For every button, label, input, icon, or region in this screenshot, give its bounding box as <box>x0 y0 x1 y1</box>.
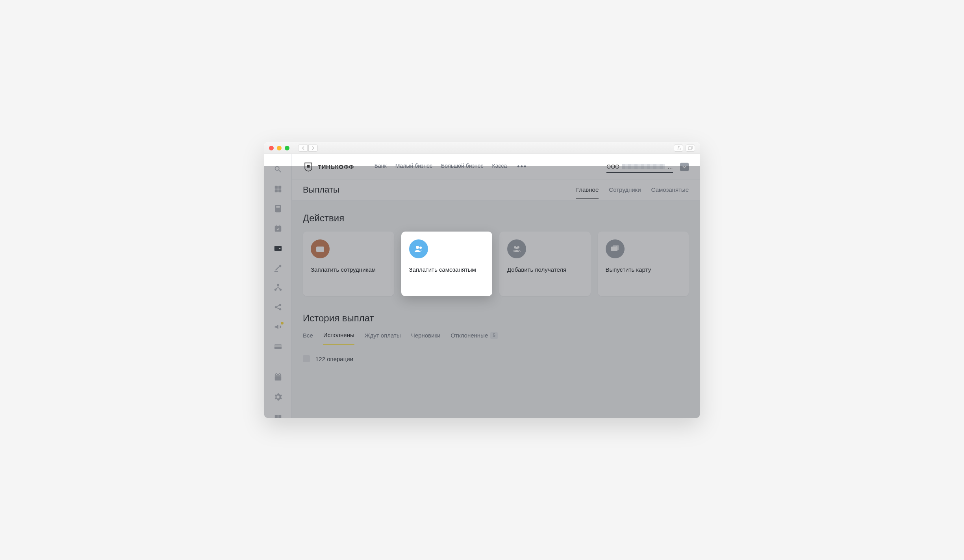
history-header-row: 122 операции <box>303 355 689 362</box>
operations-count: 122 операции <box>315 356 353 362</box>
svg-point-14 <box>279 304 281 306</box>
page-title: Выплаты <box>303 185 339 200</box>
svg-rect-0 <box>688 147 691 150</box>
users-icon <box>409 239 428 258</box>
rejected-count-badge: 5 <box>490 332 498 339</box>
history-title: История выплат <box>303 313 689 324</box>
account-prefix: ООО <box>606 163 619 170</box>
history-section: История выплат Все Исполнены Ждут оплаты… <box>303 313 689 362</box>
gear-icon[interactable] <box>273 393 283 401</box>
topnav-more-icon[interactable]: ••• <box>517 163 527 171</box>
svg-rect-5 <box>275 205 281 212</box>
actions-title: Действия <box>303 213 689 224</box>
search-icon[interactable] <box>273 165 283 174</box>
topnav-smallbiz[interactable]: Малый бизнес <box>395 163 432 171</box>
history-tabs: Все Исполнены Ждут оплаты Черновики Откл… <box>303 332 689 345</box>
subbar: Выплаты Главное Сотрудники Самозанятые <box>292 180 700 201</box>
svg-rect-4 <box>278 189 281 192</box>
card-issue-card[interactable]: Выпустить карту <box>598 232 689 296</box>
hist-tab-all[interactable]: Все <box>303 332 313 345</box>
back-button[interactable] <box>298 145 308 152</box>
svg-rect-2 <box>278 186 281 189</box>
gift-icon[interactable] <box>273 373 283 382</box>
svg-rect-7 <box>274 226 281 232</box>
subtab-self[interactable]: Самозанятые <box>651 186 689 199</box>
svg-rect-17 <box>274 345 281 347</box>
topnav-bank[interactable]: Банк <box>374 163 387 171</box>
account-dropdown-icon[interactable] <box>680 163 689 171</box>
card-add-recipient[interactable]: Добавить получателя <box>499 232 591 296</box>
subtabs: Главное Сотрудники Самозанятые <box>576 186 689 199</box>
svg-point-26 <box>419 247 422 249</box>
wallet-icon[interactable] <box>273 244 283 252</box>
svg-point-29 <box>515 247 518 249</box>
topnav-bigbiz[interactable]: Большой бизнес <box>441 163 484 171</box>
card-label: Заплатить самозанятым <box>409 265 485 274</box>
content: ТИНЬКОФФ Банк Малый бизнес Большой бизне… <box>292 154 700 418</box>
wallet-icon <box>311 239 330 258</box>
calendar-icon[interactable] <box>273 224 283 233</box>
calculator-icon[interactable] <box>273 204 283 213</box>
sidebar <box>264 154 292 418</box>
svg-point-13 <box>274 306 277 308</box>
traffic-lights <box>269 146 289 150</box>
card-plus-icon <box>606 239 625 258</box>
logo-text: ТИНЬКОФФ <box>318 163 354 170</box>
select-all-checkbox[interactable] <box>303 355 310 362</box>
titlebar <box>264 142 700 154</box>
forward-button[interactable] <box>308 145 318 152</box>
svg-rect-3 <box>274 189 277 192</box>
maximize-window-button[interactable] <box>285 146 289 150</box>
top-nav: Банк Малый бизнес Большой бизнес Касса •… <box>374 163 527 171</box>
nav-buttons <box>298 145 318 152</box>
svg-rect-31 <box>613 245 619 250</box>
card-pay-employees[interactable]: Заплатить сотрудникам <box>303 232 394 296</box>
svg-point-10 <box>277 284 279 286</box>
group-icon <box>507 239 526 258</box>
close-window-button[interactable] <box>269 146 274 150</box>
account-selector[interactable]: ООО … <box>606 163 673 173</box>
card-label: Выпустить карту <box>606 265 681 274</box>
minimize-window-button[interactable] <box>277 146 282 150</box>
svg-point-25 <box>416 246 419 249</box>
svg-point-9 <box>279 248 280 249</box>
account-name-redacted <box>622 164 665 169</box>
share-icon[interactable] <box>674 145 683 152</box>
hist-tab-rejected[interactable]: Отклоненные 5 <box>450 332 498 345</box>
svg-rect-6 <box>276 206 280 208</box>
svg-rect-1 <box>274 186 277 189</box>
main: Действия Заплатить сотрудникам Заплатить… <box>292 201 700 374</box>
gift2-icon[interactable] <box>273 412 283 418</box>
browser-window: ТИНЬКОФФ Банк Малый бизнес Большой бизне… <box>264 142 700 418</box>
hist-tab-rejected-label: Отклоненные <box>450 332 488 339</box>
share-nodes-icon[interactable] <box>273 303 283 312</box>
account-ellipsis: … <box>667 163 673 170</box>
svg-rect-16 <box>274 345 281 349</box>
hist-tab-done[interactable]: Исполнены <box>323 332 354 345</box>
tabs-icon[interactable] <box>686 145 695 152</box>
hist-tab-pending[interactable]: Ждут оплаты <box>365 332 401 345</box>
svg-rect-8 <box>274 246 281 251</box>
logo[interactable]: ТИНЬКОФФ <box>303 161 354 172</box>
card-icon[interactable] <box>273 342 283 351</box>
dashboard-icon[interactable] <box>273 185 283 193</box>
megaphone-icon[interactable] <box>273 323 283 331</box>
hist-tab-drafts[interactable]: Черновики <box>411 332 441 345</box>
logo-mark-icon <box>303 161 314 172</box>
card-label: Добавить получателя <box>507 265 583 274</box>
subtab-main[interactable]: Главное <box>576 186 599 199</box>
subtab-employees[interactable]: Сотрудники <box>609 186 641 199</box>
svg-point-24 <box>321 248 323 250</box>
topbar: ТИНЬКОФФ Банк Малый бизнес Большой бизне… <box>292 154 700 180</box>
svg-rect-22 <box>307 165 310 167</box>
org-icon[interactable] <box>273 283 283 292</box>
card-pay-self-employed[interactable]: Заплатить самозанятым <box>401 232 493 296</box>
svg-point-15 <box>279 308 281 311</box>
card-label: Заплатить сотрудникам <box>311 265 386 274</box>
app-body: ТИНЬКОФФ Банк Малый бизнес Большой бизне… <box>264 154 700 418</box>
action-cards: Заплатить сотрудникам Заплатить самозаня… <box>303 232 689 296</box>
topnav-kassa[interactable]: Касса <box>492 163 507 171</box>
gavel-icon[interactable] <box>273 263 283 272</box>
